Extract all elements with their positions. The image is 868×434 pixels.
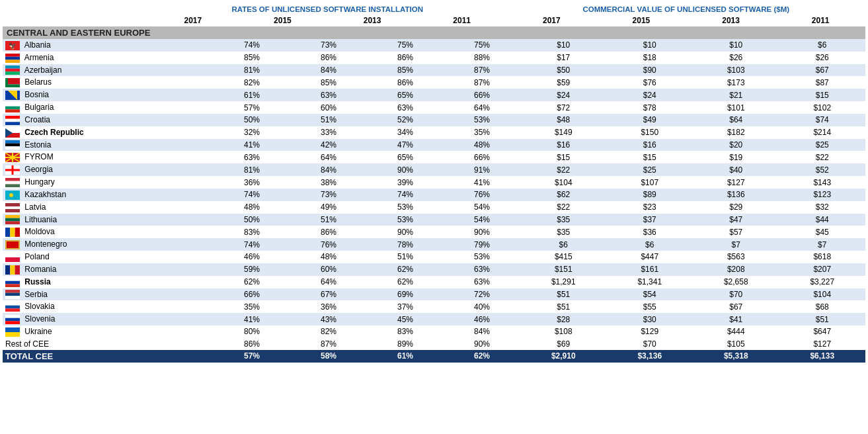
rate-2017: 80% [214,326,290,338]
rate-2017: 32% [214,126,290,139]
val-2017: $16 [520,139,607,152]
rate-2011: 72% [444,288,520,301]
val-2011: $15 [779,89,866,101]
val-2011: $68 [779,300,866,313]
rate-2017: 48% [214,201,290,214]
svg-rect-45 [5,228,10,237]
svg-rect-16 [5,116,20,119]
table-row: Georgia 81% 84% 90% 91% $22 $25 $40 $52 [3,163,865,176]
rate-2011: 53% [444,114,520,126]
section-header-label: CENTRAL AND EASTERN EUROPE [3,26,865,39]
rate-2017: 50% [214,214,290,226]
svg-rect-54 [10,265,15,275]
val-2011: $51 [779,313,866,326]
val-2017: $22 [520,201,607,214]
val-2011: $3,227 [779,276,866,288]
country-name: Bulgaria [24,103,54,112]
rate-2015: 86% [290,226,367,238]
val-2015: $18 [607,52,693,64]
svg-rect-55 [15,265,20,275]
val-2015: $54 [607,288,693,301]
rate-2011: 88% [444,52,520,64]
year-2013-v: 2013 [705,16,758,25]
total-rate-2011: 62% [444,350,520,363]
svg-rect-13 [5,103,20,107]
rate-2011: 75% [444,39,520,52]
val-2017: $24 [520,89,607,101]
val-2017: $62 [520,189,607,201]
rate-2013: 86% [367,52,444,64]
rate-2011: 87% [444,76,520,89]
rate-2015: 60% [290,101,367,114]
flag-kazakhstan [5,191,20,200]
svg-rect-40 [5,206,20,209]
rate-2013: 62% [367,263,444,276]
svg-rect-5 [5,65,20,69]
table-row: Russia 62% 64% 62% 63% $1,291 $1,341 $2,… [3,276,865,288]
val-2011: $87 [779,76,866,89]
rate-2017: 46% [214,251,290,263]
rate-2013: 75% [367,39,444,52]
flag-belarus [5,78,20,87]
table-row: Serbia 66% 67% 69% 72% $51 $54 $70 $104 [3,288,865,301]
country-cell: Slovenia [3,313,214,326]
val-2011: $22 [779,151,866,163]
country-cell: Montenegro [3,238,214,251]
rate-2015: 84% [290,163,367,176]
year-2013-r: 2013 [346,16,399,25]
val-2015: $447 [607,251,693,263]
country-cell: 🦅 Albania [3,39,214,52]
val-2017: $59 [520,76,607,89]
val-2015: $30 [607,313,693,326]
rate-2015: 48% [290,251,367,263]
val-2015: $24 [607,89,693,101]
country-cell: Latvia [3,201,214,214]
rate-2011: 64% [444,101,520,114]
header-spacer [3,5,148,15]
val-2013: $208 [693,263,779,276]
flag-russia [5,278,20,287]
svg-rect-57 [5,281,20,284]
svg-rect-18 [5,122,20,125]
svg-rect-46 [10,228,15,237]
country-name: Latvia [24,202,46,212]
val-2013: $103 [693,64,779,77]
rate-2015: 82% [290,326,367,338]
total-val-2011: $6,133 [779,350,866,363]
country-cell: Croatia [3,114,214,126]
country-name: Albania [24,40,51,50]
val-2013: $182 [693,126,779,139]
svg-rect-36 [5,184,20,187]
top-headers: RATES OF UNLICENSED SOFTWARE INSTALLATIO… [3,5,865,15]
table-row: Bosnia 61% 63% 65% 66% $24 $24 $21 $15 [3,89,865,101]
svg-rect-14 [5,107,20,110]
rate-2017: 66% [214,288,290,301]
rate-2011: 48% [444,139,520,152]
rate-2013: 69% [367,288,444,301]
rate-2015: 84% [290,64,367,77]
country-cell: Bulgaria [3,101,214,114]
val-2017: $22 [520,163,607,176]
country-name: Slovenia [24,314,55,324]
rate-2017: 81% [214,163,290,176]
val-2013: $57 [693,226,779,238]
rate-2015: 85% [290,76,367,89]
rate-2013: 62% [367,276,444,288]
rate-2017: 59% [214,263,290,276]
svg-rect-3 [5,56,20,60]
flag-hungary [5,178,20,187]
svg-rect-58 [5,284,20,287]
val-2013: $136 [693,189,779,201]
svg-rect-63 [5,306,20,309]
rate-2017: 85% [214,52,290,64]
val-2017: $108 [520,326,607,338]
rate-2011: 46% [444,313,520,326]
svg-rect-2 [5,54,20,57]
country-cell: Moldova [3,226,214,238]
val-2013: $40 [693,163,779,176]
rate-2011: 54% [444,214,520,226]
total-cee-row: TOTAL CEE 57% 58% 61% 62% $2,910 $3,136 … [3,350,865,363]
rate-2017: 36% [214,176,290,189]
rate-2013: 65% [367,151,444,163]
val-2011: $214 [779,126,866,139]
